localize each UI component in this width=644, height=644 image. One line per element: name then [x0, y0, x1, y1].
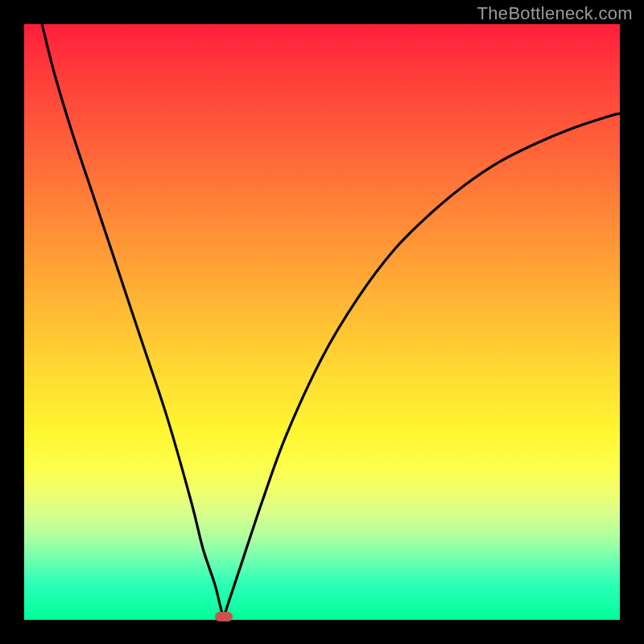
chart-frame: TheBottleneck.com — [0, 0, 644, 644]
bottleneck-curve — [42, 24, 620, 617]
optimum-marker — [215, 612, 233, 621]
plot-area — [24, 24, 620, 620]
curve-svg — [24, 24, 620, 620]
watermark-text: TheBottleneck.com — [477, 3, 633, 24]
